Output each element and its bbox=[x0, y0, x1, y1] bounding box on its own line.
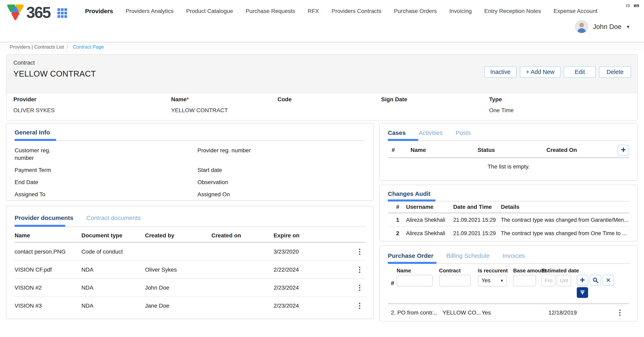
label-assigned-on: Assigned On bbox=[198, 190, 365, 198]
po-action-buttons: + ✕ bbox=[577, 275, 615, 298]
label-assigned-to: Assigned To bbox=[14, 190, 198, 198]
breadcrumb: Providers | Contracts List 〉 Contract Pa… bbox=[0, 42, 644, 52]
po-recurrent-select[interactable]: Yes ▾ bbox=[478, 275, 507, 286]
breadcrumb-current[interactable]: Contract Page bbox=[73, 44, 104, 50]
delete-button[interactable]: Delete bbox=[599, 66, 631, 78]
close-icon: ✕ bbox=[606, 277, 611, 284]
po-estimated-date-header: Estimated date bbox=[542, 268, 556, 275]
add-case-button[interactable]: + bbox=[618, 145, 629, 156]
tab-general-info[interactable]: General Info bbox=[14, 129, 50, 136]
add-purchase-order-button[interactable]: + bbox=[577, 275, 588, 286]
po-contract-filter-input[interactable] bbox=[439, 275, 471, 286]
tab-billing-schedule[interactable]: Billing Schedule bbox=[446, 252, 490, 259]
tab-activities[interactable]: Activities bbox=[418, 130, 442, 136]
lang-en[interactable]: en bbox=[634, 3, 639, 8]
clear-filter-button[interactable]: ✕ bbox=[603, 275, 614, 286]
audit-table-header: # Username Date and Time Details bbox=[388, 202, 630, 212]
apps-grid-icon[interactable] bbox=[58, 8, 67, 18]
edit-button[interactable]: Edit bbox=[564, 66, 596, 78]
filter-icon bbox=[580, 290, 585, 296]
tab-purchase-order[interactable]: Purchase Order bbox=[388, 252, 434, 259]
field-sign-date-value bbox=[381, 107, 489, 114]
search-icon bbox=[592, 277, 598, 283]
nav-purchase-requests[interactable]: Purchase Requests bbox=[246, 8, 295, 14]
po-name-filter-input[interactable] bbox=[397, 275, 433, 286]
contract-actions: Inactive + Add New Edit Delete bbox=[484, 66, 631, 78]
user-name: John Doe bbox=[593, 23, 622, 30]
po-name-header: Name bbox=[397, 268, 433, 275]
kebab-menu-icon[interactable] bbox=[617, 308, 630, 317]
apply-filter-button[interactable] bbox=[577, 287, 588, 298]
nav-product-catalogue[interactable]: Product Catalogue bbox=[186, 8, 233, 14]
tab-posts[interactable]: Posts bbox=[456, 130, 471, 136]
tab-provider-documents[interactable]: Provider documents bbox=[14, 214, 73, 221]
kebab-menu-icon[interactable] bbox=[357, 302, 365, 310]
main-nav: Providers Providers Analytics Product Ca… bbox=[85, 8, 598, 14]
nav-invoicing[interactable]: Invoicing bbox=[450, 8, 472, 14]
nav-providers[interactable]: Providers bbox=[85, 8, 113, 14]
general-info-panel: General Info Customer reg. number Provid… bbox=[6, 123, 374, 201]
contract-card: Contract YELLOW CONTRACT Inactive + Add … bbox=[6, 54, 638, 120]
purchase-order-panel: Purchase Order Billing Schedule Invoices… bbox=[379, 246, 638, 322]
document-row: contact person.PNG Code of conduct 3/23/… bbox=[14, 243, 365, 260]
empty-list-message: The list is empty. bbox=[388, 164, 630, 170]
user-menu[interactable]: John Doe ▾ bbox=[575, 20, 630, 33]
avatar bbox=[575, 20, 588, 33]
kebab-menu-icon[interactable] bbox=[357, 266, 365, 274]
inactive-button[interactable]: Inactive bbox=[484, 66, 516, 78]
tab-invoices[interactable]: Invoices bbox=[503, 252, 525, 259]
tab-contract-documents[interactable]: Contract documents bbox=[86, 214, 140, 221]
plus-icon: + bbox=[580, 276, 585, 284]
label-start-date: Start date bbox=[198, 166, 365, 174]
logo-triangles-icon bbox=[6, 3, 25, 22]
changes-audit-panel: Changes Audit # Username Date and Time D… bbox=[379, 185, 638, 242]
nav-entry-reception-notes[interactable]: Entry Reception Notes bbox=[484, 8, 541, 14]
po-recurrent-header: Is reccurent bbox=[478, 268, 507, 275]
po-contract-header: Contract bbox=[439, 268, 471, 275]
nav-providers-contracts[interactable]: Providers Contracts bbox=[332, 8, 381, 14]
main-content: Contract YELLOW CONTRACT Inactive + Add … bbox=[0, 52, 644, 322]
cases-panel: Cases Activities Posts # Name Status Cre… bbox=[379, 123, 638, 181]
label-provider-reg-number: Provider reg. number bbox=[198, 147, 365, 162]
field-code: Code bbox=[278, 96, 381, 114]
documents-panel: Provider documents Contract documents Na… bbox=[6, 206, 374, 319]
nav-providers-analytics[interactable]: Providers Analytics bbox=[126, 8, 174, 14]
field-name-value: YELLOW CONTRACT bbox=[171, 107, 278, 114]
audit-row: 2 Alireza Shekhali 21.09.2021 15:29 The … bbox=[388, 227, 630, 240]
label-payment-term: Payment Term bbox=[14, 166, 198, 174]
label-end-date: End Date bbox=[14, 178, 198, 186]
document-row: VISION #3 NDA Jane Doe 2/23/2024 bbox=[14, 297, 365, 314]
contract-card-header: Contract YELLOW CONTRACT Inactive + Add … bbox=[6, 55, 638, 92]
po-date-from-input[interactable] bbox=[542, 275, 556, 286]
kebab-menu-icon[interactable] bbox=[357, 248, 365, 256]
app-logo[interactable]: 365 bbox=[6, 3, 67, 22]
plus-icon: + bbox=[621, 146, 626, 154]
lang-ro[interactable]: ro bbox=[626, 3, 630, 8]
label-observation: Observation bbox=[198, 178, 365, 186]
field-provider: Provider OLIVER SYKES bbox=[13, 96, 171, 114]
breadcrumb-separator-icon: 〉 bbox=[66, 44, 71, 50]
changes-audit-title: Changes Audit bbox=[388, 190, 630, 197]
language-switcher: ro en bbox=[626, 3, 639, 8]
chevron-down-icon: ▾ bbox=[501, 278, 503, 283]
add-new-button[interactable]: + Add New bbox=[520, 66, 560, 78]
contract-fields: Provider OLIVER SYKES Name* YELLOW CONTR… bbox=[6, 92, 638, 120]
field-name: Name* YELLOW CONTRACT bbox=[171, 96, 278, 114]
nav-rfx[interactable]: RFX bbox=[308, 8, 319, 14]
nav-expense-account[interactable]: Expense Account bbox=[554, 8, 597, 14]
tab-cases[interactable]: Cases bbox=[388, 130, 406, 136]
audit-row: 1 Alireza Shekhali 21.09.2021 15:29 The … bbox=[388, 214, 630, 226]
nav-purchase-orders[interactable]: Purchase Orders bbox=[394, 8, 437, 14]
po-base-amount-filter-input[interactable] bbox=[513, 275, 536, 286]
chevron-down-icon: ▾ bbox=[627, 24, 630, 30]
po-date-until-input[interactable] bbox=[557, 275, 571, 286]
field-type-value: One Time bbox=[489, 107, 638, 114]
document-row: VISION CF.pdf NDA Oliver Sykes 2/22/2024 bbox=[14, 261, 365, 278]
purchase-order-filter-row: # Name Contract Is reccurent Yes ▾ bbox=[388, 268, 630, 298]
required-asterisk: * bbox=[186, 96, 189, 102]
kebab-menu-icon[interactable] bbox=[357, 284, 365, 292]
search-button[interactable] bbox=[590, 275, 601, 286]
hash-column-label: # bbox=[391, 280, 394, 286]
breadcrumb-path[interactable]: Providers | Contracts List bbox=[10, 44, 64, 50]
documents-table-header: Name Document type Created by Created on… bbox=[14, 231, 365, 240]
